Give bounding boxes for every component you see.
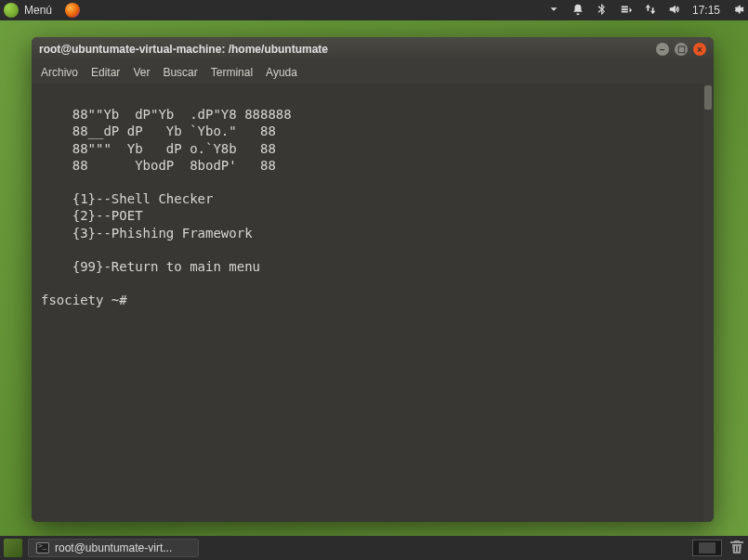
terminal-icon <box>36 542 49 553</box>
ascii-art-line: 88""" Yb dP o.`Y8b 88 <box>41 141 276 156</box>
network-menu-icon[interactable] <box>620 3 633 19</box>
window-title: root@ubuntumate-virtual-machine: /home/u… <box>39 43 328 56</box>
terminal-window: root@ubuntumate-virtual-machine: /home/u… <box>32 37 714 522</box>
window-controls: − ☐ × <box>656 43 706 56</box>
terminal-prompt: fsociety ~# <box>41 293 135 307</box>
mate-logo-icon[interactable] <box>4 3 19 18</box>
bottom-panel-right <box>692 540 744 557</box>
bottom-panel: root@ubuntumate-virt... <box>0 536 748 560</box>
volume-icon[interactable] <box>668 3 681 19</box>
taskbar-item-terminal[interactable]: root@ubuntumate-virt... <box>28 539 199 557</box>
terminal-menubar: Archivo Editar Ver Buscar Terminal Ayuda <box>32 61 714 84</box>
menu-editar[interactable]: Editar <box>91 66 120 79</box>
minimize-button[interactable]: − <box>656 43 669 56</box>
menu-archivo[interactable]: Archivo <box>41 66 78 79</box>
terminal-scrollbar[interactable] <box>703 84 713 522</box>
clock[interactable]: 17:15 <box>692 4 720 17</box>
ascii-art-line: 88""Yb dP"Yb .dP"Y8 888888 <box>41 107 292 122</box>
menu-option-3: {3}--Phishing Framework <box>41 226 253 241</box>
top-panel: Menú 17:15 <box>0 0 748 20</box>
terminal-body[interactable]: 88""Yb dP"Yb .dP"Y8 888888 88__dP dP Yb … <box>32 84 714 522</box>
notification-bell-icon[interactable] <box>571 3 584 19</box>
dropdown-icon[interactable] <box>547 3 560 19</box>
bluetooth-icon[interactable] <box>596 3 609 19</box>
menu-ver[interactable]: Ver <box>133 66 150 79</box>
menu-terminal[interactable]: Terminal <box>211 66 253 79</box>
task-label: root@ubuntumate-virt... <box>55 541 172 554</box>
settings-gear-icon[interactable] <box>731 3 744 19</box>
ascii-art-line: 88__dP dP Yb `Ybo." 88 <box>41 124 276 138</box>
show-desktop-button[interactable] <box>4 539 22 557</box>
panel-left: Menú <box>4 3 80 18</box>
menu-option-99: {99}-Return to main menu <box>41 259 260 274</box>
window-titlebar[interactable]: root@ubuntumate-virtual-machine: /home/u… <box>32 37 714 61</box>
network-updown-icon[interactable] <box>644 3 657 19</box>
maximize-button[interactable]: ☐ <box>675 43 688 56</box>
menu-label[interactable]: Menú <box>24 4 52 17</box>
workspace-switcher[interactable] <box>692 540 722 556</box>
firefox-icon[interactable] <box>65 3 80 18</box>
scrollbar-thumb[interactable] <box>704 85 712 110</box>
menu-option-1: {1}--Shell Checker <box>41 191 213 206</box>
menu-buscar[interactable]: Buscar <box>163 66 197 79</box>
panel-right: 17:15 <box>547 3 744 19</box>
menu-ayuda[interactable]: Ayuda <box>266 66 297 79</box>
trash-icon[interactable] <box>729 540 744 557</box>
menu-option-2: {2}--POET <box>41 208 143 223</box>
ascii-art-line: 88 YbodP 8bodP' 88 <box>41 158 276 173</box>
close-button[interactable]: × <box>693 43 706 56</box>
